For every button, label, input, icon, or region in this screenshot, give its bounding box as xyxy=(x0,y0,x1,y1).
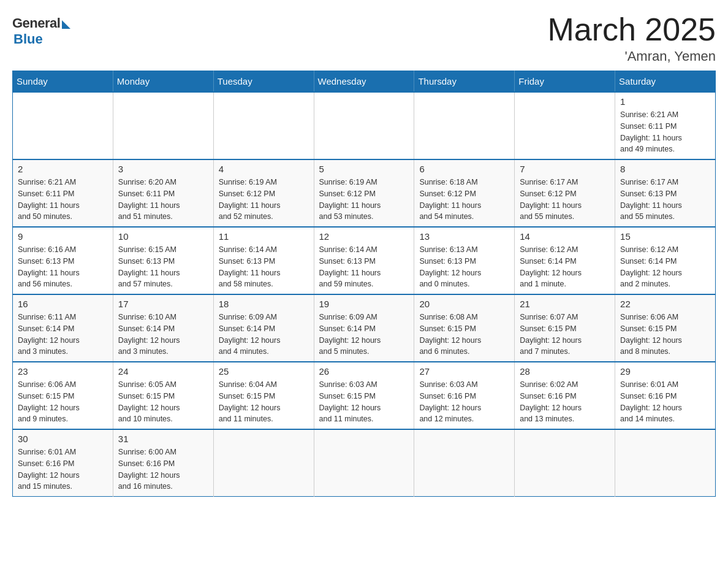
day-number: 4 xyxy=(219,164,309,174)
calendar-cell: 30Sunrise: 6:01 AM Sunset: 6:16 PM Dayli… xyxy=(13,429,113,497)
day-number: 6 xyxy=(419,164,509,174)
calendar-cell: 13Sunrise: 6:13 AM Sunset: 6:13 PM Dayli… xyxy=(414,227,515,294)
day-number: 7 xyxy=(520,164,610,174)
calendar-week-row: 1Sunrise: 6:21 AM Sunset: 6:11 PM Daylig… xyxy=(13,92,716,159)
day-number: 10 xyxy=(118,231,208,242)
weekday-header-saturday: Saturday xyxy=(615,71,716,93)
day-number: 29 xyxy=(620,366,710,377)
weekday-header-thursday: Thursday xyxy=(414,71,515,93)
day-info: Sunrise: 6:17 AM Sunset: 6:12 PM Dayligh… xyxy=(520,177,610,223)
logo-general-text: General xyxy=(12,15,60,31)
day-info: Sunrise: 6:07 AM Sunset: 6:15 PM Dayligh… xyxy=(520,312,610,358)
location-title: 'Amran, Yemen xyxy=(547,48,716,64)
day-number: 24 xyxy=(118,366,208,377)
calendar-cell: 23Sunrise: 6:06 AM Sunset: 6:15 PM Dayli… xyxy=(13,362,113,429)
day-number: 21 xyxy=(520,299,610,309)
day-number: 8 xyxy=(620,164,710,174)
logo-blue-text: Blue xyxy=(13,31,43,47)
calendar-week-row: 16Sunrise: 6:11 AM Sunset: 6:14 PM Dayli… xyxy=(13,294,716,362)
calendar-cell xyxy=(414,92,515,159)
calendar-body: 1Sunrise: 6:21 AM Sunset: 6:11 PM Daylig… xyxy=(13,92,716,497)
day-number: 14 xyxy=(520,231,610,242)
calendar-cell: 26Sunrise: 6:03 AM Sunset: 6:15 PM Dayli… xyxy=(314,362,414,429)
calendar-cell xyxy=(314,92,414,159)
calendar-cell: 20Sunrise: 6:08 AM Sunset: 6:15 PM Dayli… xyxy=(414,294,515,362)
day-info: Sunrise: 6:09 AM Sunset: 6:14 PM Dayligh… xyxy=(319,312,409,358)
calendar-cell: 25Sunrise: 6:04 AM Sunset: 6:15 PM Dayli… xyxy=(213,362,314,429)
calendar-cell xyxy=(615,429,716,497)
day-info: Sunrise: 6:03 AM Sunset: 6:16 PM Dayligh… xyxy=(419,379,509,425)
day-info: Sunrise: 6:20 AM Sunset: 6:11 PM Dayligh… xyxy=(118,177,208,223)
day-number: 26 xyxy=(319,366,409,377)
calendar-cell xyxy=(414,429,515,497)
calendar-cell: 14Sunrise: 6:12 AM Sunset: 6:14 PM Dayli… xyxy=(515,227,615,294)
day-info: Sunrise: 6:14 AM Sunset: 6:13 PM Dayligh… xyxy=(319,244,409,290)
calendar-header: SundayMondayTuesdayWednesdayThursdayFrid… xyxy=(13,71,716,93)
day-info: Sunrise: 6:06 AM Sunset: 6:15 PM Dayligh… xyxy=(620,312,710,358)
calendar-cell xyxy=(515,92,615,159)
calendar-cell: 16Sunrise: 6:11 AM Sunset: 6:14 PM Dayli… xyxy=(13,294,113,362)
day-number: 18 xyxy=(219,299,309,309)
calendar-cell: 31Sunrise: 6:00 AM Sunset: 6:16 PM Dayli… xyxy=(113,429,213,497)
day-number: 13 xyxy=(419,231,509,242)
day-info: Sunrise: 6:14 AM Sunset: 6:13 PM Dayligh… xyxy=(219,244,309,290)
day-number: 27 xyxy=(419,366,509,377)
calendar-cell: 8Sunrise: 6:17 AM Sunset: 6:13 PM Daylig… xyxy=(615,159,716,227)
day-info: Sunrise: 6:12 AM Sunset: 6:14 PM Dayligh… xyxy=(520,244,610,290)
calendar-cell: 9Sunrise: 6:16 AM Sunset: 6:13 PM Daylig… xyxy=(13,227,113,294)
weekday-header-monday: Monday xyxy=(113,71,213,93)
day-number: 28 xyxy=(520,366,610,377)
calendar-cell xyxy=(213,429,314,497)
day-number: 17 xyxy=(118,299,208,309)
weekday-header-friday: Friday xyxy=(515,71,615,93)
calendar-cell: 12Sunrise: 6:14 AM Sunset: 6:13 PM Dayli… xyxy=(314,227,414,294)
day-info: Sunrise: 6:12 AM Sunset: 6:14 PM Dayligh… xyxy=(620,244,710,290)
logo: General Blue xyxy=(12,12,70,47)
day-info: Sunrise: 6:09 AM Sunset: 6:14 PM Dayligh… xyxy=(219,312,309,358)
calendar-cell xyxy=(13,92,113,159)
day-info: Sunrise: 6:06 AM Sunset: 6:15 PM Dayligh… xyxy=(18,379,108,425)
calendar-cell: 18Sunrise: 6:09 AM Sunset: 6:14 PM Dayli… xyxy=(213,294,314,362)
day-number: 1 xyxy=(620,96,710,107)
day-info: Sunrise: 6:17 AM Sunset: 6:13 PM Dayligh… xyxy=(620,177,710,223)
day-number: 30 xyxy=(18,434,108,444)
day-info: Sunrise: 6:21 AM Sunset: 6:11 PM Dayligh… xyxy=(620,109,710,155)
weekday-header-row: SundayMondayTuesdayWednesdayThursdayFrid… xyxy=(13,71,716,93)
day-number: 19 xyxy=(319,299,409,309)
calendar-table: SundayMondayTuesdayWednesdayThursdayFrid… xyxy=(12,71,716,497)
calendar-cell: 6Sunrise: 6:18 AM Sunset: 6:12 PM Daylig… xyxy=(414,159,515,227)
day-number: 23 xyxy=(18,366,108,377)
calendar-cell: 17Sunrise: 6:10 AM Sunset: 6:14 PM Dayli… xyxy=(113,294,213,362)
day-info: Sunrise: 6:02 AM Sunset: 6:16 PM Dayligh… xyxy=(520,379,610,425)
calendar-week-row: 23Sunrise: 6:06 AM Sunset: 6:15 PM Dayli… xyxy=(13,362,716,429)
calendar-cell: 11Sunrise: 6:14 AM Sunset: 6:13 PM Dayli… xyxy=(213,227,314,294)
day-info: Sunrise: 6:19 AM Sunset: 6:12 PM Dayligh… xyxy=(319,177,409,223)
day-number: 22 xyxy=(620,299,710,309)
day-info: Sunrise: 6:11 AM Sunset: 6:14 PM Dayligh… xyxy=(18,312,108,358)
calendar-cell: 19Sunrise: 6:09 AM Sunset: 6:14 PM Dayli… xyxy=(314,294,414,362)
calendar-week-row: 9Sunrise: 6:16 AM Sunset: 6:13 PM Daylig… xyxy=(13,227,716,294)
day-number: 20 xyxy=(419,299,509,309)
calendar-cell: 7Sunrise: 6:17 AM Sunset: 6:12 PM Daylig… xyxy=(515,159,615,227)
title-block: March 2025 'Amran, Yemen xyxy=(547,12,716,64)
day-number: 15 xyxy=(620,231,710,242)
weekday-header-tuesday: Tuesday xyxy=(213,71,314,93)
calendar-cell: 29Sunrise: 6:01 AM Sunset: 6:16 PM Dayli… xyxy=(615,362,716,429)
day-info: Sunrise: 6:10 AM Sunset: 6:14 PM Dayligh… xyxy=(118,312,208,358)
calendar-cell: 21Sunrise: 6:07 AM Sunset: 6:15 PM Dayli… xyxy=(515,294,615,362)
calendar-cell: 15Sunrise: 6:12 AM Sunset: 6:14 PM Dayli… xyxy=(615,227,716,294)
calendar-cell: 27Sunrise: 6:03 AM Sunset: 6:16 PM Dayli… xyxy=(414,362,515,429)
day-info: Sunrise: 6:04 AM Sunset: 6:15 PM Dayligh… xyxy=(219,379,309,425)
month-title: March 2025 xyxy=(547,12,716,47)
calendar-cell: 22Sunrise: 6:06 AM Sunset: 6:15 PM Dayli… xyxy=(615,294,716,362)
day-info: Sunrise: 6:01 AM Sunset: 6:16 PM Dayligh… xyxy=(620,379,710,425)
day-info: Sunrise: 6:19 AM Sunset: 6:12 PM Dayligh… xyxy=(219,177,309,223)
day-info: Sunrise: 6:16 AM Sunset: 6:13 PM Dayligh… xyxy=(18,244,108,290)
calendar-cell: 1Sunrise: 6:21 AM Sunset: 6:11 PM Daylig… xyxy=(615,92,716,159)
weekday-header-sunday: Sunday xyxy=(13,71,113,93)
calendar-cell: 3Sunrise: 6:20 AM Sunset: 6:11 PM Daylig… xyxy=(113,159,213,227)
day-info: Sunrise: 6:21 AM Sunset: 6:11 PM Dayligh… xyxy=(18,177,108,223)
calendar-week-row: 30Sunrise: 6:01 AM Sunset: 6:16 PM Dayli… xyxy=(13,429,716,497)
calendar-cell: 28Sunrise: 6:02 AM Sunset: 6:16 PM Dayli… xyxy=(515,362,615,429)
calendar-cell: 2Sunrise: 6:21 AM Sunset: 6:11 PM Daylig… xyxy=(13,159,113,227)
